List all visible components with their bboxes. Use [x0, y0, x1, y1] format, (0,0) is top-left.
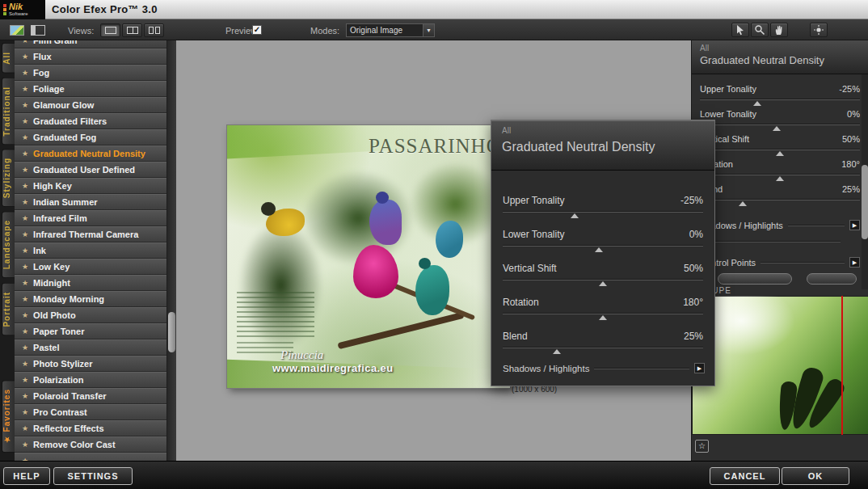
- filter-favorite-star-icon[interactable]: ★: [22, 247, 28, 255]
- panel-button[interactable]: [807, 273, 857, 285]
- help-button[interactable]: HELP: [3, 467, 50, 485]
- filter-list-item[interactable]: ★ High Key: [15, 178, 166, 194]
- filter-favorite-star-icon[interactable]: ★: [22, 360, 28, 368]
- filter-list-item[interactable]: ★: [15, 453, 166, 461]
- slider-handle[interactable]: [753, 101, 761, 106]
- filter-list-item[interactable]: ★ Film Grain: [15, 40, 166, 48]
- filter-favorite-star-icon[interactable]: ★: [22, 183, 28, 190]
- filter-favorite-star-icon[interactable]: ★: [22, 441, 28, 449]
- filter-favorite-star-icon[interactable]: ★: [22, 393, 28, 400]
- filter-favorite-star-icon[interactable]: ★: [22, 70, 28, 77]
- add-favorite-button[interactable]: ☆: [695, 440, 709, 453]
- zoom-tool-button[interactable]: [751, 23, 769, 37]
- category-tab[interactable]: Stylizing: [2, 149, 15, 207]
- filter-favorite-star-icon[interactable]: ★: [22, 425, 28, 432]
- filter-list-item[interactable]: ★ Polarization: [15, 372, 166, 388]
- filter-favorite-star-icon[interactable]: ★: [22, 40, 28, 44]
- slider-handle[interactable]: [553, 349, 561, 354]
- filter-list-item[interactable]: ★ Graduated Fog: [15, 129, 166, 145]
- floating-panel-header[interactable]: All Graduated Neutral Density: [491, 120, 714, 171]
- select-tool-button[interactable]: [731, 23, 749, 37]
- slider-track[interactable]: [503, 242, 703, 252]
- filter-list-scrollbar[interactable]: [166, 40, 176, 461]
- preview-checkbox[interactable]: ✓: [252, 25, 262, 35]
- slider-track[interactable]: [700, 171, 860, 181]
- filter-favorite-star-icon[interactable]: ★: [22, 296, 28, 303]
- filter-list-item[interactable]: ★ Infrared Thermal Camera: [15, 226, 166, 242]
- category-tab[interactable]: Landscape: [2, 211, 15, 278]
- filter-favorite-star-icon[interactable]: ★: [22, 118, 28, 125]
- filter-list-item[interactable]: ★ Fog: [15, 65, 166, 81]
- filter-favorite-star-icon[interactable]: ★: [22, 344, 28, 352]
- slider-handle[interactable]: [776, 151, 784, 156]
- filter-favorite-star-icon[interactable]: ★: [22, 134, 28, 141]
- category-tab[interactable]: ★ Favorites: [2, 380, 15, 453]
- filter-favorite-star-icon[interactable]: ★: [22, 231, 28, 238]
- filter-list-item[interactable]: ★ Infrared Film: [15, 210, 166, 226]
- filter-list-item[interactable]: ★ Polaroid Transfer: [15, 388, 166, 404]
- settings-button[interactable]: SETTINGS: [53, 467, 133, 485]
- filter-favorite-star-icon[interactable]: ★: [22, 280, 28, 287]
- panel-layout-icon[interactable]: [31, 25, 45, 36]
- slider-track[interactable]: [503, 344, 703, 354]
- filter-list-item[interactable]: ★ Paper Toner: [15, 323, 166, 339]
- filter-favorite-star-icon[interactable]: ★: [22, 167, 28, 174]
- slider-track[interactable]: [700, 121, 860, 131]
- panel-button[interactable]: [718, 273, 792, 285]
- ok-button[interactable]: OK: [782, 467, 849, 485]
- floating-settings-panel[interactable]: All Graduated Neutral Density Upper Tona…: [491, 120, 715, 386]
- filter-favorite-star-icon[interactable]: ★: [22, 86, 28, 93]
- filter-favorite-star-icon[interactable]: ★: [22, 53, 28, 61]
- filter-list-item[interactable]: ★ Pastel: [15, 339, 166, 356]
- slider-track[interactable]: [503, 209, 703, 218]
- slider-handle[interactable]: [739, 201, 747, 206]
- expand-arrow-icon[interactable]: ▶: [849, 220, 860, 230]
- filter-list-item[interactable]: ★ Glamour Glow: [15, 97, 166, 113]
- slider-track[interactable]: [700, 146, 860, 156]
- slider-track[interactable]: [700, 96, 860, 106]
- image-thumbnail-icon[interactable]: [10, 25, 24, 36]
- filter-favorite-star-icon[interactable]: ★: [22, 312, 28, 319]
- filter-list-item[interactable]: ★ Old Photo: [15, 307, 166, 323]
- filter-favorite-star-icon[interactable]: ★: [22, 263, 28, 271]
- scrollbar-thumb[interactable]: [168, 312, 175, 352]
- filter-favorite-star-icon[interactable]: ★: [22, 328, 28, 335]
- filter-list-item[interactable]: ★ Reflector Effects: [15, 420, 166, 436]
- pan-tool-button[interactable]: [770, 23, 788, 37]
- modes-dropdown-value[interactable]: Original Image: [346, 23, 423, 37]
- filter-list-item[interactable]: ★ Graduated Filters: [15, 113, 166, 129]
- filter-list-item[interactable]: ★ Graduated User Defined: [15, 162, 166, 178]
- slider-handle[interactable]: [595, 247, 603, 252]
- filter-list-item[interactable]: ★ Monday Morning: [15, 291, 166, 307]
- filter-list-item[interactable]: ★ Midnight: [15, 275, 166, 291]
- background-color-button[interactable]: [810, 23, 828, 37]
- filter-list-item[interactable]: ★ Foliage: [15, 81, 166, 97]
- filter-list-item[interactable]: ★ Low Key: [15, 259, 166, 275]
- slider-track[interactable]: [503, 276, 703, 286]
- slider-handle[interactable]: [776, 176, 784, 181]
- filter-favorite-star-icon[interactable]: ★: [22, 377, 28, 384]
- filter-list-item[interactable]: ★ Indian Summer: [15, 194, 166, 210]
- filter-favorite-star-icon[interactable]: ★: [22, 150, 28, 158]
- filter-list-item[interactable]: ★ Ink: [15, 242, 166, 259]
- modes-dropdown[interactable]: Original Image ▼: [346, 23, 435, 37]
- filter-favorite-star-icon[interactable]: ★: [22, 102, 28, 109]
- expand-arrow-icon[interactable]: ▶: [849, 257, 860, 268]
- cancel-button[interactable]: CANCEL: [710, 467, 780, 485]
- filter-favorite-star-icon[interactable]: ★: [22, 199, 28, 206]
- slider-handle[interactable]: [599, 281, 607, 286]
- filter-list-item[interactable]: ★ Flux: [15, 48, 166, 65]
- filter-list-item[interactable]: ★ Photo Stylizer: [15, 356, 166, 372]
- category-tab[interactable]: Portrait: [2, 283, 15, 336]
- category-tab[interactable]: Traditional: [2, 78, 15, 145]
- slider-handle[interactable]: [599, 315, 607, 320]
- preview-image[interactable]: PASSARINHOS Pinuccia www.maidiregrafica.…: [227, 125, 510, 388]
- single-view-button[interactable]: [100, 23, 120, 37]
- filter-list-item[interactable]: ★ Pro Contrast: [15, 404, 166, 420]
- split-view-button[interactable]: [122, 23, 142, 37]
- filter-favorite-star-icon[interactable]: ★: [22, 409, 28, 416]
- panel-scrollbar[interactable]: [862, 74, 868, 289]
- chevron-down-icon[interactable]: ▼: [423, 23, 435, 37]
- slider-handle[interactable]: [571, 213, 579, 218]
- scrollbar-thumb[interactable]: [862, 165, 868, 239]
